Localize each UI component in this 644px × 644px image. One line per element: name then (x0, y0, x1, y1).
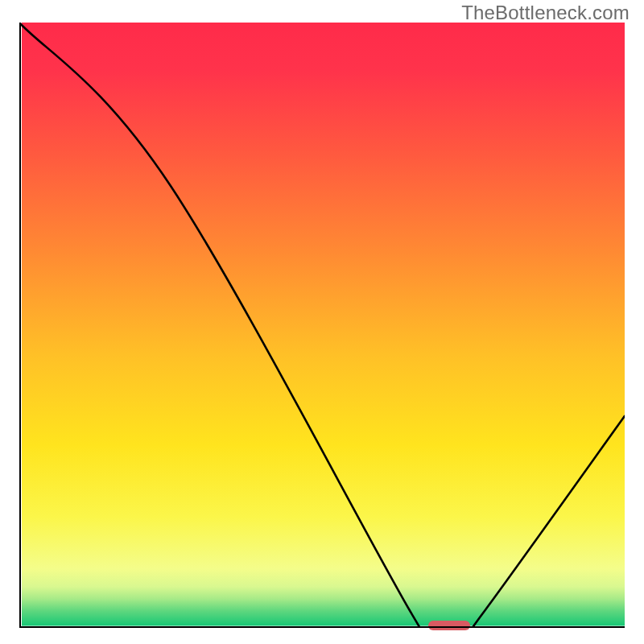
bottleneck-curve-path (19, 23, 625, 628)
watermark-text: TheBottleneck.com (461, 2, 630, 24)
curve-layer (19, 23, 625, 628)
bottleneck-chart (19, 23, 625, 628)
optimal-marker (428, 621, 471, 630)
